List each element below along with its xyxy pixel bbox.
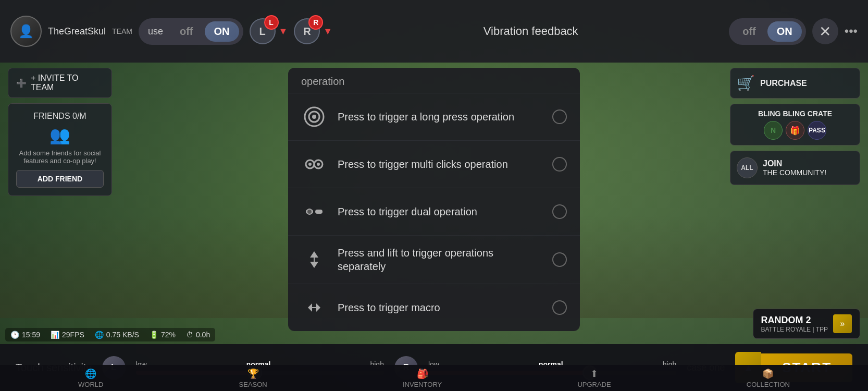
svg-marker-11 xyxy=(310,262,318,268)
on-toggle-left[interactable]: ON xyxy=(205,21,239,42)
nav-world[interactable]: 🌐 WORLD xyxy=(78,368,103,388)
panel-header: operation xyxy=(288,68,580,93)
nav-collection[interactable]: 📦 COLLECTION xyxy=(747,368,790,388)
option-dual[interactable]: Press to trigger dual operation xyxy=(288,188,580,236)
random-title: RANDOM 2 xyxy=(761,315,828,326)
stat-fps: 📊 29FPS xyxy=(51,331,84,339)
svg-marker-10 xyxy=(310,251,318,258)
more-button[interactable]: ••• xyxy=(845,24,858,39)
add-friend-button[interactable]: ADD FRIEND xyxy=(16,170,104,188)
long-press-icon xyxy=(301,104,327,130)
purchase-icon: 🛒 xyxy=(737,75,755,92)
stat-network: 🌐 0.75 KB/S xyxy=(95,331,139,339)
purchase-label: PURCHASE xyxy=(760,79,807,88)
option-dual-text: Press to trigger dual operation xyxy=(338,205,542,218)
nav-upgrade[interactable]: ⬆ UPGRADE xyxy=(577,368,611,388)
nav-world-label: WORLD xyxy=(78,381,103,388)
press-lift-icon xyxy=(301,247,327,273)
close-button[interactable]: ✕ xyxy=(812,18,838,44)
random-subtitle: BATTLE ROYALE | TPP xyxy=(761,326,828,333)
dual-icon xyxy=(301,199,327,225)
avatar: 👤 xyxy=(10,16,42,47)
stats-bar: 🕐 15:59 📊 29FPS 🌐 0.75 KB/S 🔋 72% ⏱ 0.0h xyxy=(5,328,215,341)
svg-point-6 xyxy=(317,163,320,166)
option-macro[interactable]: Press to trigger macro xyxy=(288,284,580,331)
nav-inventory[interactable]: 🎒 INVENTORY xyxy=(403,368,442,388)
bling-crate-label: BLING BLING CRATE xyxy=(738,109,852,118)
option-macro-radio[interactable] xyxy=(552,300,567,315)
off-toggle-left[interactable]: off xyxy=(170,21,203,42)
r-dropdown-arrow[interactable]: ▼ xyxy=(323,26,332,37)
r-red-badge: R xyxy=(308,15,323,30)
fps-value: 29FPS xyxy=(62,331,84,339)
option-long-press[interactable]: Press to trigger a long press operation xyxy=(288,93,580,141)
random-arrow-button[interactable]: » xyxy=(833,314,852,333)
random-info: RANDOM 2 BATTLE ROYALE | TPP xyxy=(761,315,828,333)
left-sidebar: ➕ + INVITE TO TEAM FRIENDS 0/M 👥 Add som… xyxy=(8,68,112,196)
battery-icon: 🔋 xyxy=(150,331,158,339)
bling-crate-panel[interactable]: BLING BLING CRATE N 🎁 PASS xyxy=(730,104,860,145)
use-label-left: use xyxy=(143,26,168,37)
left-toggle-group: use off ON xyxy=(139,18,243,45)
option-long-press-text: Press to trigger a long press operation xyxy=(338,110,542,124)
option-press-lift-radio[interactable] xyxy=(552,252,567,267)
world-icon: 🌐 xyxy=(85,368,96,380)
off-toggle-right[interactable]: off xyxy=(733,21,765,42)
svg-point-5 xyxy=(308,163,312,166)
season-icon: 🏆 xyxy=(247,368,259,380)
option-macro-text: Press to trigger macro xyxy=(338,301,542,314)
top-bar: 👤 TheGreatSkul TEAM use off ON L L ▼ R R… xyxy=(0,0,868,63)
option-multi-clicks-text: Press to trigger multi clicks operation xyxy=(338,157,542,171)
stat-time2: ⏱ 0.0h xyxy=(186,331,210,339)
timer-icon: ⏱ xyxy=(186,331,193,339)
l-circle-badge[interactable]: L L xyxy=(250,18,276,44)
svg-marker-13 xyxy=(308,303,312,312)
friends-panel: FRIENDS 0/M 👥 Add some friends for socia… xyxy=(8,103,112,196)
network-icon: 🌐 xyxy=(95,331,104,339)
stat-time: 🕐 15:59 xyxy=(10,331,40,339)
random-panel: RANDOM 2 BATTLE ROYALE | TPP » xyxy=(753,309,861,339)
fps-icon: 📊 xyxy=(51,331,59,339)
purchase-panel[interactable]: 🛒 PURCHASE xyxy=(730,68,860,99)
option-press-lift-text: Press and lift to trigger operations sep… xyxy=(338,246,542,273)
team-label: TEAM xyxy=(112,27,132,35)
invite-to-team-button[interactable]: ➕ + INVITE TO TEAM xyxy=(8,68,112,98)
l-red-badge: L xyxy=(264,15,279,30)
time2-value: 0.0h xyxy=(196,331,210,339)
option-long-press-radio[interactable] xyxy=(552,109,567,124)
l-badge-letter: L xyxy=(259,26,265,38)
l-dropdown-arrow[interactable]: ▼ xyxy=(279,26,288,37)
clock-icon: 🕐 xyxy=(10,331,19,339)
collection-icon: 📦 xyxy=(762,368,774,380)
option-dual-radio[interactable] xyxy=(552,204,567,219)
inventory-icon: 🎒 xyxy=(417,368,428,380)
right-panels: 🛒 PURCHASE BLING BLING CRATE N 🎁 PASS AL… xyxy=(730,68,860,185)
l-button-group: L L ▼ xyxy=(250,18,288,44)
svg-point-9 xyxy=(307,209,312,214)
friends-icon: 👥 xyxy=(49,126,70,144)
option-multi-clicks[interactable]: Press to trigger multi clicks operation xyxy=(288,141,580,188)
invite-icon: ➕ xyxy=(16,78,27,88)
option-press-lift[interactable]: Press and lift to trigger operations sep… xyxy=(288,236,580,284)
community-text: JOIN THE COMMUNITY! xyxy=(763,159,826,177)
bling-icons: N 🎁 PASS xyxy=(738,121,852,140)
username: TheGreatSkul xyxy=(48,26,106,37)
on-toggle-right[interactable]: ON xyxy=(767,21,802,42)
svg-rect-8 xyxy=(315,210,323,214)
nav-inventory-label: INVENTORY xyxy=(403,381,442,388)
nav-upgrade-label: UPGRADE xyxy=(577,381,611,388)
network-value: 0.75 KB/S xyxy=(106,331,139,339)
macro-icon xyxy=(301,295,327,321)
r-circle-badge[interactable]: R R xyxy=(294,18,320,44)
battery-value: 72% xyxy=(161,331,176,339)
option-multi-clicks-radio[interactable] xyxy=(552,157,567,172)
right-toggle-group: off ON xyxy=(729,18,806,45)
svg-marker-14 xyxy=(316,303,320,312)
community-panel[interactable]: ALL JOIN THE COMMUNITY! xyxy=(730,151,860,185)
time-value: 15:59 xyxy=(22,331,40,339)
stat-battery: 🔋 72% xyxy=(150,331,176,339)
friends-desc: Add some friends for social features and… xyxy=(16,149,104,165)
multi-clicks-icon xyxy=(301,151,327,177)
nav-season[interactable]: 🏆 SEASON xyxy=(239,368,267,388)
upgrade-icon: ⬆ xyxy=(590,368,598,380)
